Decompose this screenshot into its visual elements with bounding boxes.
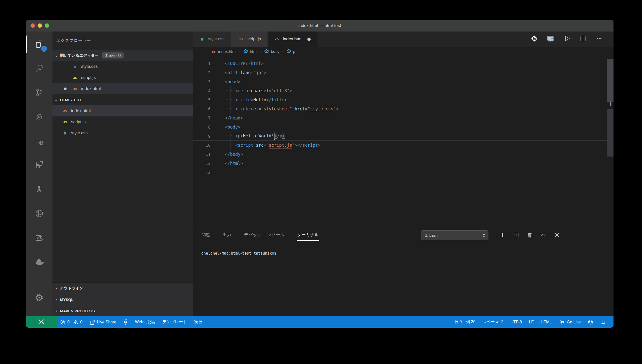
panel-tab-1[interactable]: 問題: [201, 230, 210, 239]
split-editor-icon[interactable]: [579, 35, 587, 43]
status-cursor-position[interactable]: 行 9、列 20: [451, 316, 479, 328]
activity-debug-button[interactable]: [26, 105, 52, 129]
activity-test-flask-button[interactable]: [26, 177, 52, 201]
code-line-13[interactable]: 13: [193, 168, 614, 177]
new-terminal-icon[interactable]: [500, 232, 506, 239]
css-file-icon: #: [72, 64, 78, 69]
code-token: ": [292, 143, 295, 148]
status-notifications[interactable]: [597, 316, 609, 328]
split-terminal-icon[interactable]: [513, 232, 519, 239]
code-line-6[interactable]: 6····<link·rel="stylesheet"·href="style.…: [193, 104, 614, 113]
remote-indicator[interactable]: [26, 316, 57, 328]
code-token: World!: [258, 133, 274, 138]
status-label: テンプレート: [162, 319, 187, 325]
status-label: Live Share: [97, 320, 116, 324]
status-template[interactable]: テンプレート: [159, 316, 191, 328]
open-editor-item[interactable]: <>index.html: [52, 83, 193, 94]
open-editor-item[interactable]: JSscript.js: [52, 72, 193, 83]
status-go-live[interactable]: Go Live: [555, 316, 584, 328]
scrollbar-slider[interactable]: [607, 109, 614, 157]
open-editors-header[interactable]: ⌄ 開いているエディター 未保存 (1): [52, 50, 193, 61]
breadcrumb-item[interactable]: <>index.html: [211, 49, 237, 54]
code-line-8[interactable]: 8<body>: [193, 123, 614, 132]
code-token: <: [235, 133, 238, 138]
status-flash[interactable]: [120, 316, 131, 328]
line-content: <head>: [211, 79, 240, 84]
problems-status[interactable]: 00: [57, 316, 86, 328]
tree-file-item[interactable]: <>index.html: [52, 105, 193, 116]
code-token: >: [289, 88, 292, 93]
activity-search-button[interactable]: [26, 56, 52, 80]
status-publish-web[interactable]: Webに公開: [131, 316, 159, 328]
close-panel-icon[interactable]: [554, 232, 560, 239]
panel-tab-4[interactable]: ターミナル: [297, 230, 319, 239]
status-encoding[interactable]: UTF-8: [507, 316, 525, 328]
git-icon[interactable]: [530, 35, 538, 44]
code-token: <: [225, 79, 227, 84]
status-language-mode[interactable]: HTML: [537, 316, 555, 328]
activity-live-share-button[interactable]: [26, 201, 52, 226]
status-feedback[interactable]: [584, 316, 597, 328]
terminal-picker[interactable]: 1: bash: [421, 230, 488, 240]
open-editor-item[interactable]: #style.css: [52, 61, 193, 72]
status-indentation[interactable]: スペース: 2: [479, 316, 507, 328]
code-line-7[interactable]: 7</head>: [193, 113, 614, 123]
maximize-panel-icon[interactable]: [540, 232, 546, 239]
code-line-2[interactable]: 2<html·lang="ja">: [193, 68, 614, 77]
terminal-prompt[interactable]: chelchel-mac:html-test tatsuhiko$: [201, 251, 276, 256]
run-icon[interactable]: [563, 35, 571, 43]
sidebar-section-maven-projects[interactable]: ›MAVEN PROJECTS: [52, 305, 193, 316]
panel-tab-2[interactable]: 出力: [222, 230, 231, 239]
editor-scrollbar[interactable]: T: [607, 57, 614, 227]
breadcrumb-item[interactable]: html: [243, 49, 257, 54]
open-preview-icon[interactable]: [547, 35, 555, 43]
code-line-1[interactable]: 1<!DOCTYPE·html>: [193, 59, 614, 68]
maximize-window-button[interactable]: [45, 23, 49, 28]
code-token: body: [230, 152, 240, 157]
indent-guide: [230, 132, 230, 141]
activity-publish-button[interactable]: [26, 226, 52, 250]
activity-files-button[interactable]: 1: [26, 32, 52, 56]
activity-source-control-button[interactable]: [26, 80, 52, 105]
line-number: 11: [193, 152, 211, 157]
line-number: 6: [193, 107, 211, 111]
code-line-9[interactable]: 9····<p>Hello·World!</p>: [193, 132, 614, 141]
tree-file-item[interactable]: #style.css: [52, 128, 193, 139]
sidebar-section-mysql[interactable]: ›MYSQL: [52, 294, 193, 305]
tab-index.html[interactable]: <>index.html: [268, 32, 317, 47]
activity-extensions-button[interactable]: [26, 153, 52, 177]
more-actions-icon[interactable]: [595, 35, 603, 43]
source-control-icon: [35, 88, 44, 97]
code-line-3[interactable]: 3<head>: [193, 77, 614, 86]
code-line-11[interactable]: 11</body>: [193, 150, 614, 159]
code-token: <: [275, 133, 277, 138]
code-line-5[interactable]: 5····<title>Hello</title>: [193, 95, 614, 104]
code-editor[interactable]: 1<!DOCTYPE·html>2<html·lang="ja">3<head>…: [193, 57, 614, 227]
status-eol[interactable]: LF: [526, 316, 537, 328]
tab-script.js[interactable]: JSscript.js: [231, 32, 268, 47]
tab-style.css[interactable]: #style.css: [193, 32, 231, 47]
panel-tab-3[interactable]: デバッグ コンソール: [244, 230, 285, 239]
tree-file-item[interactable]: JSscript.js: [52, 116, 193, 128]
activity-docker-button[interactable]: [26, 250, 52, 274]
code-token: DOCTYPE: [230, 61, 248, 66]
scrollbar-slider[interactable]: [607, 59, 614, 102]
code-token: "ja": [253, 70, 264, 75]
status-run[interactable]: 実行: [191, 316, 206, 328]
close-window-button[interactable]: [31, 23, 35, 28]
folder-section-header[interactable]: ⌄ HTML-TEST: [52, 94, 193, 105]
kill-terminal-icon[interactable]: [527, 232, 533, 239]
code-line-4[interactable]: 4····<meta·charset="utf-8">: [193, 86, 614, 95]
breadcrumb-item[interactable]: p: [286, 49, 295, 54]
html-file-icon: <>: [211, 50, 216, 54]
chevron-right-icon: ›: [52, 309, 60, 313]
status-live-share[interactable]: Live Share: [86, 316, 120, 328]
activity-settings-button[interactable]: ⚙: [26, 286, 52, 310]
code-line-12[interactable]: 12</html>: [193, 159, 614, 168]
code-token: html: [251, 61, 261, 66]
activity-remote-explorer-button[interactable]: [26, 129, 52, 153]
breadcrumb-item[interactable]: body: [264, 49, 280, 54]
sidebar-section--[interactable]: ›アウトライン: [52, 282, 193, 294]
code-line-10[interactable]: 10····<script·src="script.js"></script>: [193, 141, 614, 150]
minimize-window-button[interactable]: [38, 23, 42, 28]
